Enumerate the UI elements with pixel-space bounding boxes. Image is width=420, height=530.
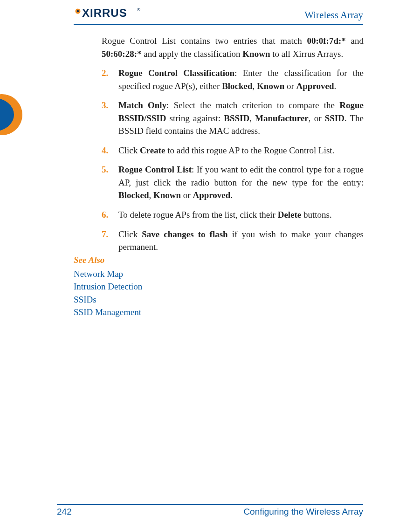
header-rule: Wireless Array (74, 7, 363, 25)
see-also-link[interactable]: Network Map (74, 268, 363, 281)
step-number: 4. (102, 144, 108, 157)
step-text: buttons. (301, 210, 331, 220)
see-also-block: See Also Network Map Intrusion Detection… (74, 254, 363, 319)
step-text: , (149, 190, 153, 200)
step-text: , (249, 113, 255, 123)
step-text: or (181, 190, 193, 200)
step-text: To delete rogue APs from the list, click… (118, 210, 278, 220)
step-number: 6. (102, 208, 108, 221)
steps-list: 2. Rogue Control Classification: Enter t… (102, 67, 364, 254)
step-bold: Approved (296, 81, 334, 91)
see-also-links: Network Map Intrusion Detection SSIDs SS… (74, 268, 363, 319)
footer-rule (57, 504, 363, 505)
step-number: 7. (102, 228, 108, 241)
step-bold: BSSID (224, 113, 249, 123)
step-text: : Select the match criterion to compare … (166, 100, 339, 110)
step-text: Click (118, 145, 140, 155)
step-bold: Manufacturer (255, 113, 309, 123)
step-bold: Save changes to flash (142, 229, 227, 239)
step-7: 7. Click Save changes to flash if you wi… (102, 228, 364, 254)
step-text: string against: (166, 113, 224, 123)
step-text: , (253, 81, 257, 91)
see-also-link[interactable]: SSIDs (74, 293, 363, 306)
intro-mac1: 00:0f:7d:* (307, 36, 345, 46)
step-bold: Known (153, 190, 181, 200)
step-number: 2. (102, 67, 108, 80)
intro-paragraph: Rogue Control List contains two entries … (102, 34, 364, 60)
header-product-title: Wireless Array (304, 9, 363, 21)
intro-mac2: 50:60:28:* (102, 49, 141, 59)
side-tab-graphic (0, 94, 27, 136)
intro-text: and (346, 36, 364, 46)
step-bold: Create (140, 145, 165, 155)
footer: 242 Configuring the Wireless Array (57, 507, 363, 519)
step-2: 2. Rogue Control Classification: Enter t… (102, 67, 364, 92)
see-also-link[interactable]: SSID Management (74, 306, 363, 319)
step-bold: SSID (325, 113, 344, 123)
step-text: to add this rogue AP to the Rogue Contro… (165, 145, 334, 155)
page-number: 242 (57, 507, 72, 517)
intro-text: to all Xirrus Arrays. (270, 49, 343, 59)
step-number: 5. (102, 163, 108, 176)
page: XIRRUS ® Wireless Array Rogue Control Li… (0, 0, 420, 530)
step-5: 5. Rogue Control List: If you want to ed… (102, 163, 364, 202)
intro-text: Rogue Control List contains two entries … (102, 36, 307, 46)
step-6: 6. To delete rogue APs from the list, cl… (102, 208, 364, 221)
body-text: Rogue Control List contains two entries … (102, 34, 364, 260)
step-bold: Known (257, 81, 284, 91)
step-text: . (334, 81, 337, 91)
step-text: . (230, 190, 233, 200)
step-bold: Blocked (118, 190, 149, 200)
step-title: Rogue Control Classification (118, 68, 234, 78)
step-text: , or (309, 113, 325, 123)
step-title: Rogue Control List (118, 165, 192, 174)
step-bold: Blocked (222, 81, 252, 91)
step-bold: Delete (278, 210, 302, 220)
see-also-heading: See Also (74, 254, 363, 267)
step-title: Match Only (118, 100, 166, 110)
step-3: 3. Match Only: Select the match criterio… (102, 99, 364, 138)
intro-text: and apply the classification (141, 49, 242, 59)
intro-known: Known (242, 49, 270, 59)
step-number: 3. (102, 99, 108, 112)
see-also-link[interactable]: Intrusion Detection (74, 280, 363, 293)
step-bold: Approved (193, 190, 230, 200)
footer-section-title: Configuring the Wireless Array (243, 507, 363, 517)
step-text: or (284, 81, 296, 91)
step-text: Click (118, 229, 142, 239)
step-4: 4. Click Create to add this rogue AP to … (102, 144, 364, 157)
